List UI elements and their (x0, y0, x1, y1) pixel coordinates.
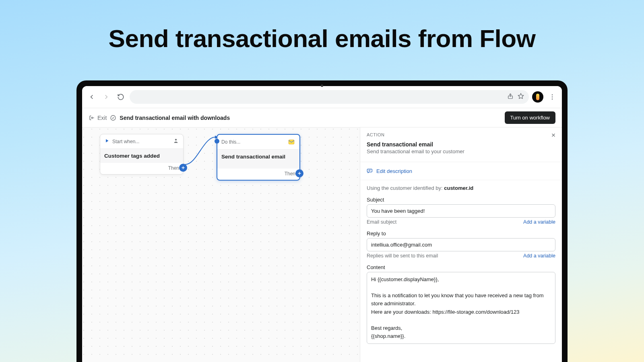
reply-to-input[interactable] (367, 238, 555, 251)
reload-button[interactable] (115, 91, 126, 103)
add-step-button[interactable] (179, 164, 187, 172)
subject-help: Email subject (367, 219, 396, 225)
svg-point-4 (552, 99, 553, 99)
subject-label: Subject (367, 197, 555, 203)
identified-by: Using the customer identified by: custom… (367, 185, 555, 191)
svg-point-3 (552, 97, 553, 97)
trigger-body: Customer tags added (100, 148, 183, 163)
check-circle-icon (110, 115, 116, 121)
reply-to-add-variable[interactable]: Add a variable (523, 253, 555, 259)
reply-to-label: Reply to (367, 230, 555, 237)
svg-rect-8 (289, 140, 294, 144)
share-icon[interactable] (507, 93, 514, 101)
action-side-panel: ACTION Send transactional email Send tra… (360, 128, 562, 362)
url-bar[interactable] (130, 90, 529, 104)
subject-add-variable[interactable]: Add a variable (523, 219, 555, 225)
workflow-title-wrap: Send transactional email with downloads (110, 115, 230, 121)
flow-connector (185, 136, 219, 168)
exit-label: Exit (97, 115, 107, 121)
panel-caption: ACTION (367, 132, 555, 137)
forward-button[interactable] (101, 91, 112, 103)
chat-icon (367, 168, 373, 174)
mail-icon (287, 138, 295, 146)
edit-description-label: Edit description (376, 168, 412, 174)
back-button[interactable] (86, 91, 97, 103)
play-icon (104, 138, 110, 145)
workspace: Start when... Customer tags added Then (82, 127, 562, 362)
person-icon (173, 138, 179, 145)
svg-marker-1 (518, 93, 523, 99)
content-textarea[interactable]: Hi {{customer.displayName}}, This is a n… (367, 272, 555, 344)
browser-menu-button[interactable] (547, 93, 558, 101)
screen: Exit Send transactional email with downl… (82, 86, 562, 362)
turn-on-workflow-button[interactable]: Turn on workflow (505, 111, 556, 124)
panel-title: Send transactional email (367, 141, 555, 148)
trigger-node[interactable]: Start when... Customer tags added Then (100, 134, 184, 175)
content-label: Content (367, 264, 555, 270)
trigger-head-label: Start when... (112, 139, 139, 144)
profile-avatar[interactable] (532, 91, 543, 103)
edit-description-button[interactable]: Edit description (360, 162, 562, 180)
app-toolbar: Exit Send transactional email with downl… (82, 108, 562, 127)
star-icon[interactable] (518, 93, 524, 101)
action-node[interactable]: Do this... Send transactional email Then (217, 134, 300, 181)
reply-to-help: Replies will be sent to this email (367, 253, 438, 259)
svg-point-2 (552, 95, 553, 95)
action-body: Send transactional email (217, 149, 299, 169)
add-step-button[interactable] (295, 169, 303, 177)
device-frame: Exit Send transactional email with downl… (76, 80, 568, 362)
flow-canvas[interactable]: Start when... Customer tags added Then (82, 128, 360, 362)
action-head-label: Do this... (221, 139, 240, 145)
subject-input[interactable] (367, 204, 555, 218)
browser-toolbar (82, 86, 562, 108)
action-then-label: Then (285, 171, 295, 177)
close-panel-button[interactable] (551, 132, 556, 140)
workflow-title: Send transactional email with downloads (120, 115, 230, 121)
svg-point-6 (175, 139, 177, 140)
exit-button[interactable]: Exit (89, 115, 107, 121)
hero-title: Send transactional emails from Flow (0, 0, 644, 53)
node-input-port[interactable] (215, 139, 219, 144)
panel-subtitle: Send transactional email to your custome… (367, 148, 555, 154)
trigger-then-label: Then (168, 165, 179, 171)
